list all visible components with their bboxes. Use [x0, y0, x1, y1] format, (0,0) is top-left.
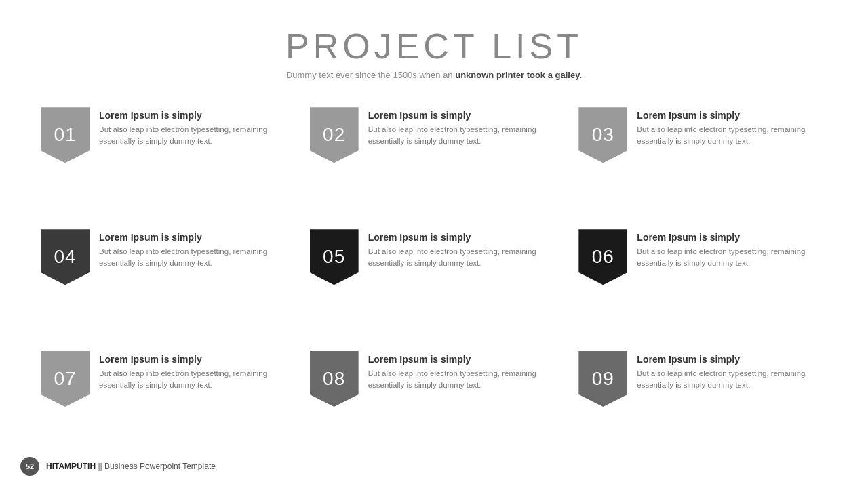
badge-number: 05 [323, 246, 345, 268]
item-content: Lorem Ipsum is simplyBut also leap into … [368, 229, 559, 270]
item-content: Lorem Ipsum is simplyBut also leap into … [637, 229, 827, 270]
list-item: 08Lorem Ipsum is simplyBut also leap int… [310, 351, 559, 461]
badge-wrap: 07 [41, 351, 90, 407]
badge: 02 [310, 107, 359, 163]
item-desc: But also leap into electron typesetting,… [368, 124, 559, 148]
list-item: 01Lorem Ipsum is simplyBut also leap int… [41, 107, 290, 217]
badge-number: 09 [592, 368, 614, 390]
badge-wrap: 01 [41, 107, 90, 163]
item-content: Lorem Ipsum is simplyBut also leap into … [99, 229, 290, 270]
badge: 05 [310, 229, 359, 285]
badge-wrap: 06 [578, 229, 627, 285]
badge-wrap: 08 [310, 351, 359, 407]
item-title: Lorem Ipsum is simply [637, 232, 827, 243]
badge: 06 [578, 229, 627, 285]
item-content: Lorem Ipsum is simplyBut also leap into … [99, 351, 290, 392]
item-title: Lorem Ipsum is simply [637, 354, 827, 365]
badge-number: 08 [323, 368, 345, 390]
item-title: Lorem Ipsum is simply [368, 354, 559, 365]
item-desc: But also leap into electron typesetting,… [637, 246, 827, 270]
item-title: Lorem Ipsum is simply [99, 354, 290, 365]
item-content: Lorem Ipsum is simplyBut also leap into … [368, 107, 559, 148]
list-item: 07Lorem Ipsum is simplyBut also leap int… [41, 351, 290, 461]
list-item: 06Lorem Ipsum is simplyBut also leap int… [578, 229, 827, 339]
item-content: Lorem Ipsum is simplyBut also leap into … [637, 351, 827, 392]
badge-number: 03 [592, 124, 614, 146]
page-title: PROJECT LIST [285, 27, 583, 66]
item-content: Lorem Ipsum is simplyBut also leap into … [637, 107, 827, 148]
item-desc: But also leap into electron typesetting,… [99, 368, 290, 392]
badge-number: 07 [54, 368, 76, 390]
badge: 03 [578, 107, 627, 163]
item-desc: But also leap into electron typesetting,… [99, 124, 290, 148]
subtitle-plain: Dummy text ever since the 1500s when an [286, 70, 455, 80]
item-desc: But also leap into electron typesetting,… [637, 368, 827, 392]
footer: 52 HITAMPUTIH || Business Powerpoint Tem… [20, 457, 216, 476]
brand: HITAMPUTIH || Business Powerpoint Templa… [46, 462, 216, 471]
badge-number: 02 [323, 124, 345, 146]
badge: 09 [578, 351, 627, 407]
badge-wrap: 09 [578, 351, 627, 407]
badge-wrap: 05 [310, 229, 359, 285]
item-title: Lorem Ipsum is simply [368, 110, 559, 121]
item-title: Lorem Ipsum is simply [99, 110, 290, 121]
project-grid: 01Lorem Ipsum is simplyBut also leap int… [41, 107, 827, 461]
badge: 07 [41, 351, 90, 407]
item-content: Lorem Ipsum is simplyBut also leap into … [99, 107, 290, 148]
item-content: Lorem Ipsum is simplyBut also leap into … [368, 351, 559, 392]
badge: 08 [310, 351, 359, 407]
page-number: 52 [20, 457, 39, 476]
brand-divider: || [96, 462, 104, 471]
list-item: 09Lorem Ipsum is simplyBut also leap int… [578, 351, 827, 461]
item-title: Lorem Ipsum is simply [99, 232, 290, 243]
badge: 04 [41, 229, 90, 285]
badge-number: 01 [54, 124, 76, 146]
subtitle-bold: unknown printer took a galley. [455, 70, 582, 80]
subtitle: Dummy text ever since the 1500s when an … [285, 70, 583, 80]
badge-wrap: 04 [41, 229, 90, 285]
list-item: 02Lorem Ipsum is simplyBut also leap int… [310, 107, 559, 217]
slide: PROJECT LIST Dummy text ever since the 1… [0, 0, 868, 488]
item-desc: But also leap into electron typesetting,… [368, 246, 559, 270]
brand-name: HITAMPUTIH [46, 462, 96, 471]
badge-wrap: 03 [578, 107, 627, 163]
list-item: 05Lorem Ipsum is simplyBut also leap int… [310, 229, 559, 339]
item-desc: But also leap into electron typesetting,… [99, 246, 290, 270]
badge-number: 04 [54, 246, 76, 268]
badge: 01 [41, 107, 90, 163]
list-item: 03Lorem Ipsum is simplyBut also leap int… [578, 107, 827, 217]
header: PROJECT LIST Dummy text ever since the 1… [285, 27, 583, 80]
badge-number: 06 [592, 246, 614, 268]
badge-wrap: 02 [310, 107, 359, 163]
item-desc: But also leap into electron typesetting,… [368, 368, 559, 392]
brand-tagline: Business Powerpoint Template [104, 462, 216, 471]
list-item: 04Lorem Ipsum is simplyBut also leap int… [41, 229, 290, 339]
item-title: Lorem Ipsum is simply [368, 232, 559, 243]
item-desc: But also leap into electron typesetting,… [637, 124, 827, 148]
item-title: Lorem Ipsum is simply [637, 110, 827, 121]
